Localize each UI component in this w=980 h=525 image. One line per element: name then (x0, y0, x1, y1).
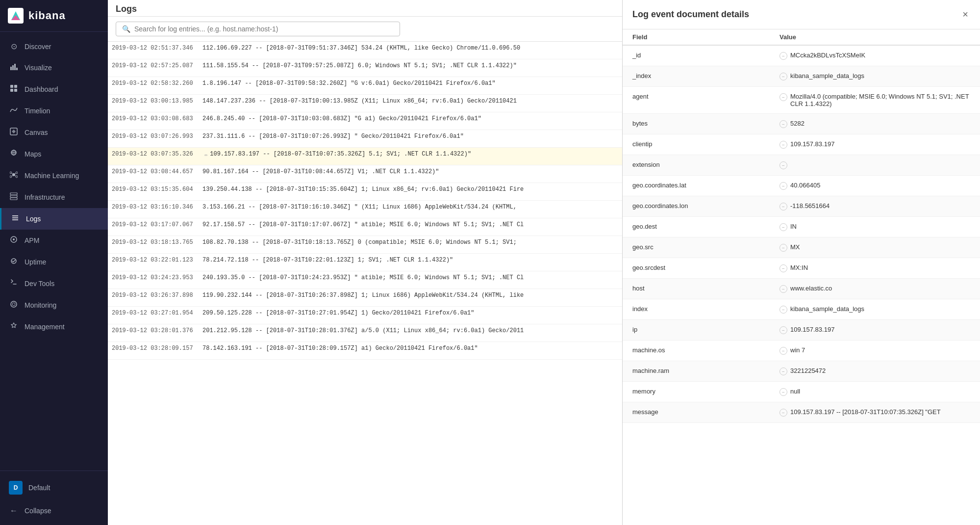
svg-rect-26 (10, 198, 17, 200)
log-row[interactable]: 2019-03-12 03:15:35.604 139.250.44.138 -… (108, 183, 622, 201)
log-row[interactable]: 2019-03-12 02:58:32.260 1.8.196.147 -- [… (108, 77, 622, 95)
field-value: − MCcka2kBDLvsTcXSMeIK (779, 52, 970, 60)
field-name: machine.os (632, 346, 779, 354)
detail-row: host − www.elastic.co (623, 279, 980, 299)
field-name: machine.ram (632, 367, 779, 374)
logs-icon (10, 214, 20, 224)
field-name: geo.coordinates.lat (632, 182, 779, 189)
log-row[interactable]: 2019-03-12 03:24:23.953 240.193.35.0 -- … (108, 271, 622, 289)
sidebar-item-monitoring[interactable]: Monitoring (0, 294, 108, 316)
logo-area: kibana (0, 0, 108, 32)
detail-row: geo.dest − IN (623, 217, 980, 237)
svg-rect-5 (16, 68, 18, 70)
filter-icon[interactable]: − (779, 244, 787, 252)
field-value-text: 109.157.83.197 (790, 326, 834, 333)
sidebar-item-logs-label: Logs (26, 215, 41, 223)
svg-point-33 (11, 301, 17, 307)
log-timestamp: 2019-03-12 02:57:25.087 (112, 61, 202, 70)
sidebar-item-discover-label: Discover (25, 43, 51, 51)
filter-icon[interactable]: − (779, 409, 787, 417)
filter-icon[interactable]: − (779, 368, 787, 375)
sidebar-item-discover[interactable]: ⊙ Discover (0, 36, 108, 57)
sidebar-item-default[interactable]: D Default (0, 475, 108, 500)
filter-icon[interactable]: − (779, 347, 787, 355)
filter-icon[interactable]: − (779, 264, 787, 272)
sidebar-item-management-label: Management (25, 323, 65, 331)
log-row[interactable]: 2019-03-12 03:08:44.657 90.81.167.164 --… (108, 165, 622, 183)
sidebar-item-maps[interactable]: Maps (0, 143, 108, 165)
log-row[interactable]: 2019-03-12 03:03:08.683 246.8.245.40 -- … (108, 112, 622, 130)
sidebar-item-apm[interactable]: APM (0, 230, 108, 251)
filter-icon[interactable]: − (779, 182, 787, 190)
log-content: 201.212.95.128 -- [2018-07-31T10:28:01.3… (202, 326, 618, 335)
sidebar-item-infrastructure[interactable]: Infrastructure (0, 186, 108, 208)
sidebar-item-canvas[interactable]: Canvas (0, 122, 108, 143)
field-value-text: MX:IN (790, 264, 808, 271)
filter-icon[interactable]: − (779, 388, 787, 396)
svg-point-18 (10, 176, 12, 178)
filter-icon[interactable]: − (779, 93, 787, 101)
filter-icon[interactable]: − (779, 161, 787, 169)
filter-icon[interactable]: − (779, 306, 787, 314)
field-value: − (779, 161, 970, 169)
log-row[interactable]: 2019-03-12 03:27:01.954 209.50.125.228 -… (108, 307, 622, 324)
sidebar-item-dev-tools[interactable]: Dev Tools (0, 273, 108, 294)
log-row[interactable]: 2019-03-12 03:00:13.985 148.147.237.236 … (108, 95, 622, 112)
management-icon (9, 322, 19, 332)
machine-learning-icon (9, 171, 19, 181)
log-row[interactable]: 2019-03-12 02:51:37.346 112.106.69.227 -… (108, 42, 622, 59)
infrastructure-icon (9, 192, 19, 202)
search-input[interactable] (134, 25, 394, 33)
filter-icon[interactable]: − (779, 73, 787, 80)
field-value: − 40.066405 (779, 182, 970, 190)
log-row[interactable]: 2019-03-12 03:16:10.346 3.153.166.21 -- … (108, 201, 622, 218)
log-row[interactable]: 2019-03-12 03:26:37.898 119.90.232.144 -… (108, 289, 622, 307)
svg-rect-2 (10, 67, 12, 70)
svg-point-34 (12, 303, 15, 306)
filter-icon[interactable]: − (779, 141, 787, 149)
kibana-logo-text: kibana (28, 9, 66, 22)
field-value: − 109.157.83.197 (779, 140, 970, 149)
filter-icon[interactable]: − (779, 120, 787, 128)
log-row[interactable]: 2019-03-12 03:07:35.326 ✏ 109.157.83.197… (108, 148, 622, 165)
log-content: 119.90.232.144 -- [2018-07-31T10:26:37.8… (202, 291, 618, 300)
log-row[interactable]: 2019-03-12 03:28:01.376 201.212.95.128 -… (108, 324, 622, 342)
field-name: _index (632, 72, 779, 79)
filter-icon[interactable]: − (779, 285, 787, 293)
sidebar-item-timelion-label: Timelion (25, 107, 50, 115)
log-timestamp: 2019-03-12 03:28:09.157 (112, 344, 202, 353)
filter-icon[interactable]: − (779, 223, 787, 231)
sidebar-item-collapse[interactable]: ← Collapse (0, 500, 108, 521)
sidebar-item-canvas-label: Canvas (25, 129, 48, 136)
log-row[interactable]: 2019-03-12 03:17:07.067 92.17.158.57 -- … (108, 218, 622, 236)
log-content: 139.250.44.138 -- [2018-07-31T10:15:35.6… (202, 185, 618, 194)
log-content: 240.193.35.0 -- [2018-07-31T10:24:23.953… (202, 273, 618, 282)
log-row[interactable]: 2019-03-12 03:07:26.993 237.31.111.6 -- … (108, 130, 622, 148)
svg-rect-24 (10, 193, 17, 195)
detail-row: machine.ram − 3221225472 (623, 361, 980, 382)
canvas-svg (10, 128, 18, 135)
field-name: memory (632, 388, 779, 395)
sidebar-item-logs[interactable]: Logs (0, 208, 108, 230)
sidebar-item-visualize[interactable]: Visualize (0, 57, 108, 79)
log-timestamp: 2019-03-12 03:07:35.326 (112, 150, 202, 158)
sidebar-item-management[interactable]: Management (0, 316, 108, 338)
logs-svg (11, 214, 19, 222)
sidebar-item-dashboard[interactable]: Dashboard (0, 79, 108, 100)
sidebar-item-uptime[interactable]: Uptime (0, 251, 108, 273)
detail-panel-close-button[interactable]: × (960, 9, 970, 20)
sidebar-item-infrastructure-label: Infrastructure (25, 193, 65, 201)
log-row[interactable]: 2019-03-12 03:18:13.765 108.82.70.138 --… (108, 236, 622, 254)
filter-icon[interactable]: − (779, 52, 787, 60)
filter-icon[interactable]: − (779, 326, 787, 334)
sidebar-item-timelion[interactable]: Timelion (0, 100, 108, 122)
log-row[interactable]: 2019-03-12 03:28:09.157 78.142.163.191 -… (108, 342, 622, 360)
detail-row: clientip − 109.157.83.197 (623, 134, 980, 155)
search-input-wrapper[interactable]: 🔍 (116, 22, 400, 36)
log-row[interactable]: 2019-03-12 02:57:25.087 111.58.155.54 --… (108, 59, 622, 77)
log-row[interactable]: 2019-03-12 03:22:01.123 78.214.72.118 --… (108, 254, 622, 271)
sidebar-item-machine-learning[interactable]: Machine Learning (0, 165, 108, 186)
filter-icon[interactable]: − (779, 203, 787, 210)
field-value: − MX:IN (779, 264, 970, 272)
svg-point-17 (16, 172, 18, 174)
